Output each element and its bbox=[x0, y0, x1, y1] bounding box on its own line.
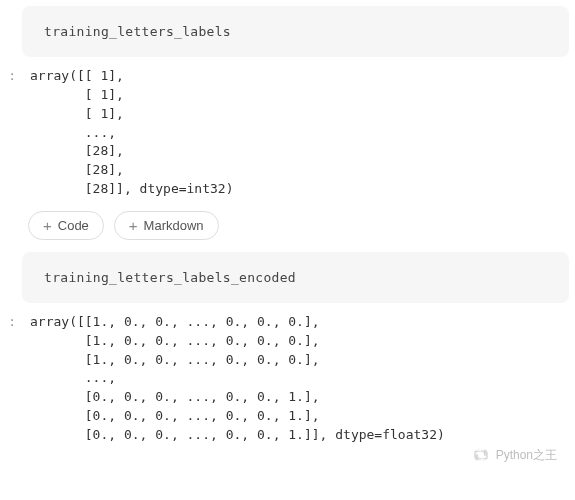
python-icon bbox=[472, 446, 490, 464]
output-text-1: array([[ 1], [ 1], [ 1], ..., [28], [28]… bbox=[20, 67, 234, 199]
add-code-label: Code bbox=[58, 218, 89, 233]
code-cell-input-1[interactable]: training_letters_labels bbox=[22, 6, 569, 57]
add-code-button[interactable]: + Code bbox=[28, 211, 104, 240]
output-text-2: array([[1., 0., 0., ..., 0., 0., 0.], [1… bbox=[20, 313, 445, 445]
output-prompt: : bbox=[0, 313, 20, 329]
code-text: training_letters_labels bbox=[44, 24, 231, 39]
plus-icon: + bbox=[43, 217, 52, 234]
output-block-1: : array([[ 1], [ 1], [ 1], ..., [28], [2… bbox=[0, 67, 575, 199]
watermark: Python之王 bbox=[472, 446, 557, 464]
output-prompt: : bbox=[0, 67, 20, 83]
add-markdown-button[interactable]: + Markdown bbox=[114, 211, 219, 240]
plus-icon: + bbox=[129, 217, 138, 234]
code-text: training_letters_labels_encoded bbox=[44, 270, 296, 285]
cell-insert-toolbar: + Code + Markdown bbox=[28, 211, 575, 240]
output-block-2: : array([[1., 0., 0., ..., 0., 0., 0.], … bbox=[0, 313, 575, 445]
watermark-text: Python之王 bbox=[496, 447, 557, 464]
add-markdown-label: Markdown bbox=[144, 218, 204, 233]
code-cell-input-2[interactable]: training_letters_labels_encoded bbox=[22, 252, 569, 303]
